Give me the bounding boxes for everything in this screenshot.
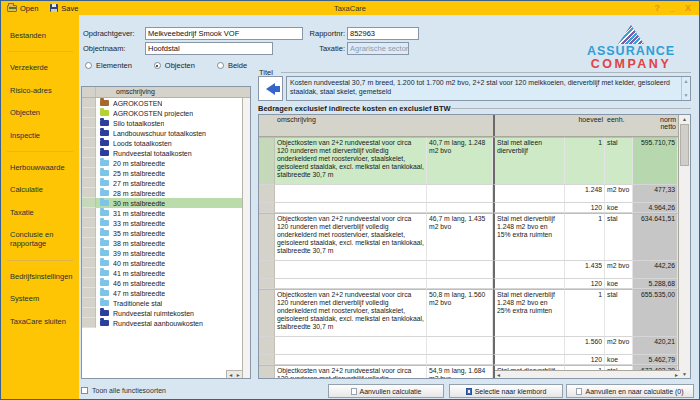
table-vertical-scrollbar[interactable]: ▲ ▼ <box>678 115 690 378</box>
tree-item-40-m-stalbreedte[interactable]: 40 m stalbreedte <box>82 258 242 268</box>
sidebar-item-conclusie-en-rapportage[interactable]: Conclusie en rapportage <box>1 228 79 251</box>
tree-item-label: 28 m stalbreedte <box>113 190 165 197</box>
row-gutter <box>259 355 275 365</box>
tree-item-loods-totaalkosten[interactable]: Loods totaalkosten <box>82 138 242 148</box>
cell-norm-netto: 4.964,26 <box>633 203 678 213</box>
tree-item-traditionele-stal[interactable]: Traditionele stal <box>82 298 242 308</box>
table-row[interactable]: 120koe5.462,79 <box>259 355 678 365</box>
table-row[interactable]: Objectkosten van 2+2 rundveestal voor ci… <box>259 137 678 185</box>
tree-item-47-m-stalbreedte[interactable]: 47 m stalbreedte <box>82 288 242 298</box>
sidebar-item-taxacare-sluiten[interactable]: TaxaCare sluiten <box>1 315 79 328</box>
document-icon <box>351 388 357 395</box>
cell-omschrijving: Objectkosten van 2+2 rundveestal voor ci… <box>275 289 427 337</box>
company-logo: ASSURANCE COMPANY <box>571 25 691 71</box>
sidebar-item-calculatie[interactable]: Calculatie <box>1 183 79 196</box>
back-arrow-button[interactable] <box>258 76 283 101</box>
rapportnr-input[interactable]: 852963 <box>347 27 419 40</box>
minimize-button[interactable]: _ <box>670 3 675 13</box>
save-button[interactable]: Save <box>44 1 84 15</box>
show-all-function-types[interactable]: Toon alle functiesoorten <box>81 387 166 394</box>
tree-item-30-m-stalbreedte[interactable]: 30 m stalbreedte <box>82 198 242 208</box>
tree-item-rundveestal-aanbouwkosten[interactable]: Rundveestal aanbouwkosten <box>82 318 242 328</box>
scroll-left-icon[interactable]: ◄ <box>496 372 501 378</box>
tree-item-46-m-stalbreedte[interactable]: 46 m stalbreedte <box>82 278 242 288</box>
tree-item-39-m-stalbreedte[interactable]: 39 m stalbreedte <box>82 248 242 258</box>
sidebar-item-taxatie[interactable]: Taxatie <box>1 206 79 219</box>
tree-item-label: 20 m stalbreedte <box>113 160 165 167</box>
table-row[interactable]: Objectkosten van 2+2 rundveestal voor ci… <box>259 289 678 337</box>
tree-item-31-m-stalbreedte[interactable]: 31 m stalbreedte <box>82 208 242 218</box>
radio-elementen[interactable]: Elementen <box>85 61 132 70</box>
tree-item-agrokosten[interactable]: AGROKOSTEN <box>82 98 242 108</box>
table-row[interactable]: 1.560m2 bvo420,21 <box>259 337 678 355</box>
close-button[interactable]: X <box>685 3 691 13</box>
radio-objecten[interactable]: Objecten <box>154 61 195 70</box>
scroll-right-icon[interactable]: ► <box>236 372 241 378</box>
tree-item-agrokosten-projecten[interactable]: AGROKOSTEN projecten <box>82 108 242 118</box>
scroll-down-icon[interactable]: ▼ <box>679 371 690 377</box>
aanvullen-en-naar-calculatie-button[interactable]: Aanvullen en naar calculatie (0) <box>566 384 694 398</box>
tree-item-label: 40 m stalbreedte <box>113 260 165 267</box>
sidebar-item-objecten[interactable]: Objecten <box>1 106 79 119</box>
cell-dims <box>427 203 493 213</box>
table-row[interactable]: 120koe5.288,68 <box>259 279 678 289</box>
sidebar-item-inspectie[interactable]: Inspectie <box>1 129 79 142</box>
tree-item-silo-totaalkosten[interactable]: Silo totaalkosten <box>82 118 242 128</box>
radio-beide[interactable]: Beide <box>217 61 247 70</box>
scroll-up-icon[interactable]: ▲ <box>679 116 690 122</box>
scroll-up-icon[interactable]: ▲ <box>684 78 689 85</box>
table-row[interactable]: Objectkosten van 2+2 rundveestal voor ci… <box>259 213 678 261</box>
titel-textbox[interactable]: Kosten rundveestal 30,7 m breed, 1.200 t… <box>286 76 691 101</box>
tree-item-38-m-stalbreedte[interactable]: 38 m stalbreedte <box>82 238 242 248</box>
objectnaam-input[interactable]: Hoofdstal <box>145 42 273 55</box>
tree-item-landbouwschuur-totaalkosten[interactable]: Landbouwschuur totaalkosten <box>82 128 242 138</box>
sidebar-item-bedrijfsinstellingen[interactable]: Bedrijfsinstellingen <box>1 270 79 283</box>
cell-eenh: stal <box>605 137 633 185</box>
tree-item-label: Landbouwschuur totaalkosten <box>113 130 206 137</box>
tree-item-rundveestal-totaalkosten[interactable]: Rundveestal totaalkosten <box>82 148 242 158</box>
row-gutter <box>259 261 275 279</box>
checkbox[interactable] <box>81 387 88 394</box>
tree-item-rundveestal-ruimtekosten[interactable]: Rundveestal ruimtekosten <box>82 308 242 318</box>
tree-item-20-m-stalbreedte[interactable]: 20 m stalbreedte <box>82 158 242 168</box>
folder-icon <box>100 270 109 276</box>
open-button[interactable]: Open <box>1 1 44 15</box>
tree-item-25-m-stalbreedte[interactable]: 25 m stalbreedte <box>82 168 242 178</box>
titel-scrollbar[interactable]: ▲▼ <box>681 77 690 100</box>
tree-item-35-m-stalbreedte[interactable]: 35 m stalbreedte <box>82 228 242 238</box>
tree-item-33-m-stalbreedte[interactable]: 33 m stalbreedte <box>82 218 242 228</box>
table-horizontal-scrollbar[interactable]: ◄► <box>495 370 680 378</box>
table-row[interactable]: 1.248m2 bvo477,33 <box>259 185 678 203</box>
checkbox-label: Toon alle functiesoorten <box>92 387 166 394</box>
tree-horizontal-scrollbar[interactable]: ◄► <box>226 370 242 378</box>
scrollbar-thumb[interactable] <box>680 124 689 166</box>
sidebar-item-verzekerde[interactable]: Verzekerde <box>1 61 79 74</box>
sidebar-item-bestanden[interactable]: Bestanden <box>1 29 79 42</box>
help-button[interactable]: ? <box>654 3 660 13</box>
selectie-naar-klembord-button[interactable]: Selectie naar klembord <box>449 384 563 398</box>
button-label: Aanvullen calculatie <box>360 388 422 395</box>
scroll-right-icon[interactable]: ► <box>674 372 679 378</box>
table-row[interactable]: 120koe4.964,26 <box>259 203 678 213</box>
scroll-down-icon[interactable]: ▼ <box>684 92 689 99</box>
tree-header-label: omschrijving <box>96 87 155 97</box>
tree-header-row: omschrijving <box>82 87 250 98</box>
tree-item-27-m-stalbreedte[interactable]: 27 m stalbreedte <box>82 178 242 188</box>
header-dims <box>427 115 493 136</box>
sidebar-item-herbouwwaarde[interactable]: Herbouwwaarde <box>1 161 79 174</box>
tree-item-28-m-stalbreedte[interactable]: 28 m stalbreedte <box>82 188 242 198</box>
logo-line1: ASSURANCE <box>571 45 691 58</box>
clipboard-icon <box>466 388 472 395</box>
tree-vertical-scrollbar[interactable] <box>242 98 250 378</box>
table-row[interactable]: 1.435m2 bvo442,26 <box>259 261 678 279</box>
scroll-left-icon[interactable]: ◄ <box>228 372 233 378</box>
cell-dims: 46,7 m lang, 1.435 m2 bvo <box>427 213 493 261</box>
aanvullen-calculatie-button[interactable]: Aanvullen calculatie <box>328 384 444 398</box>
sidebar-item-systeem[interactable]: Systeem <box>1 292 79 305</box>
tree-item-41-m-stalbreedte[interactable]: 41 m stalbreedte <box>82 268 242 278</box>
sidebar-item-risico-adres[interactable]: Risico-adres <box>1 84 79 97</box>
titel-divider-line <box>281 72 691 73</box>
folder-icon <box>100 320 109 326</box>
opdrachtgever-input[interactable]: Melkveebedrijf Smook VOF <box>145 27 303 40</box>
cell-dims: 54,9 m lang, 1.684 m2 bvo <box>427 365 493 378</box>
